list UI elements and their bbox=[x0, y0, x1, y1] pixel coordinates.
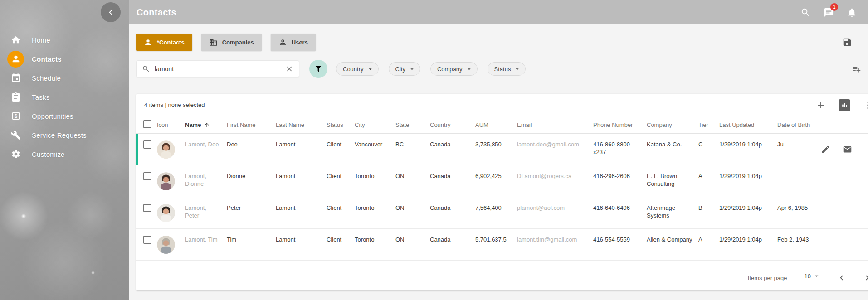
sidebar-item-label: Opportunities bbox=[32, 112, 73, 120]
filter-list-actions bbox=[850, 63, 868, 75]
cell-state: ON bbox=[395, 229, 430, 247]
column-header-icon[interactable]: Icon bbox=[157, 121, 185, 128]
cell-state: ON bbox=[395, 197, 430, 215]
cell-phone: 416-554-5559 bbox=[593, 229, 647, 247]
column-header-status[interactable]: Status bbox=[327, 121, 355, 128]
column-header-email[interactable]: Email bbox=[517, 121, 593, 128]
tabs-kebab-menu[interactable] bbox=[865, 36, 868, 48]
row-checkbox[interactable] bbox=[136, 165, 157, 182]
tab-contacts[interactable]: *Contacts bbox=[136, 34, 192, 51]
search-input[interactable] bbox=[154, 65, 283, 73]
playlist-add-icon[interactable] bbox=[850, 63, 862, 75]
add-contact-button[interactable] bbox=[815, 99, 827, 111]
sidebar-item-opportunities[interactable]: $Opportunities bbox=[0, 106, 129, 126]
sidebar-item-home[interactable]: Home bbox=[0, 30, 129, 49]
select-all-checkbox[interactable] bbox=[136, 120, 157, 130]
cell-company: Allen & Company bbox=[647, 229, 698, 247]
filter-funnel-button[interactable] bbox=[309, 60, 327, 78]
row-checkbox[interactable] bbox=[136, 197, 157, 213]
person-icon bbox=[144, 38, 152, 47]
items-per-page-label: Items per page bbox=[748, 275, 787, 281]
pagination-bar: Items per page 10 bbox=[136, 265, 868, 290]
entity-tabs: *ContactsCompaniesUsers bbox=[136, 34, 325, 51]
table-row[interactable]: Lamont, DionneDionneLamontClientTorontoO… bbox=[136, 165, 868, 197]
column-header-name[interactable]: Name bbox=[185, 121, 227, 128]
sidebar-nav: HomeContactsScheduleTasks$OpportunitiesS… bbox=[0, 30, 129, 164]
dollar-icon: $ bbox=[7, 108, 24, 125]
table-kebab-menu[interactable] bbox=[862, 99, 868, 111]
scroll-columns-right-icon[interactable] bbox=[864, 120, 868, 130]
filter-chip-city[interactable]: City bbox=[389, 62, 420, 76]
column-header-last_name[interactable]: Last Name bbox=[276, 121, 327, 128]
cell-last_updated: 1/29/2019 1:04p bbox=[719, 197, 777, 215]
column-header-company[interactable]: Company bbox=[647, 121, 698, 128]
main-area: Contacts 1 *ContactsCompaniesUsers bbox=[129, 0, 868, 300]
table-row[interactable]: Lamont, PeterPeterLamontClientTorontoONC… bbox=[136, 197, 868, 229]
tab-companies[interactable]: Companies bbox=[201, 34, 262, 51]
selection-summary: 4 items | none selected bbox=[144, 102, 205, 108]
filter-chip-company[interactable]: Company bbox=[430, 62, 478, 76]
app-root: HomeContactsScheduleTasks$OpportunitiesS… bbox=[0, 0, 868, 300]
caret-down-icon bbox=[514, 66, 521, 73]
avatar bbox=[157, 165, 185, 190]
cell-tier: A bbox=[698, 229, 719, 247]
search-icon[interactable] bbox=[797, 4, 814, 20]
column-header-country[interactable]: Country bbox=[430, 121, 475, 128]
notifications-bell-icon[interactable] bbox=[844, 4, 860, 20]
svg-text:$: $ bbox=[15, 114, 17, 119]
cell-name: Lamont, Dee bbox=[185, 134, 227, 152]
column-header-aum[interactable]: AUM bbox=[475, 121, 517, 128]
sidebar: HomeContactsScheduleTasks$OpportunitiesS… bbox=[0, 0, 129, 300]
column-header-phone[interactable]: Phone Number bbox=[593, 121, 647, 128]
filter-chips: CountryCityCompanyStatus bbox=[336, 62, 536, 76]
edit-pencil-icon[interactable] bbox=[821, 145, 830, 154]
email-envelope-icon[interactable] bbox=[843, 145, 852, 154]
filter-chip-country[interactable]: Country bbox=[336, 62, 379, 76]
sidebar-item-schedule[interactable]: Schedule bbox=[0, 68, 129, 87]
cell-tier: B bbox=[698, 197, 719, 215]
sidebar-item-contacts[interactable]: Contacts bbox=[0, 49, 129, 68]
topbar-icons: 1 bbox=[797, 4, 868, 20]
table-toolbar: 4 items | none selected bbox=[136, 94, 868, 116]
cell-name: Lamont, Dionne bbox=[185, 165, 227, 191]
cell-status: Client bbox=[327, 134, 355, 152]
gear-icon bbox=[7, 146, 24, 163]
messages-icon[interactable]: 1 bbox=[820, 4, 837, 20]
cell-city: Vancouver bbox=[355, 134, 395, 152]
sidebar-item-service-requests[interactable]: Service Requests bbox=[0, 126, 129, 145]
column-header-tier[interactable]: Tier bbox=[698, 121, 719, 128]
clear-search-button[interactable] bbox=[283, 63, 295, 75]
cell-date_of_birth: Ju bbox=[777, 134, 821, 152]
column-header-date_of_birth[interactable]: Date of Birth bbox=[777, 121, 821, 128]
chevron-left-icon bbox=[106, 7, 116, 17]
top-header: Contacts 1 bbox=[129, 0, 868, 24]
search-field-icon bbox=[142, 65, 150, 73]
row-checkbox[interactable] bbox=[136, 229, 157, 245]
page-size-select[interactable]: 10 bbox=[800, 272, 821, 283]
sidebar-item-customize[interactable]: Customize bbox=[0, 145, 129, 164]
cell-last_updated: 1/29/2019 1:04p bbox=[719, 229, 777, 247]
column-header-first_name[interactable]: First Name bbox=[227, 121, 276, 128]
chart-view-button[interactable] bbox=[839, 99, 850, 111]
filter-chip-status[interactable]: Status bbox=[488, 62, 526, 76]
sidebar-item-tasks[interactable]: Tasks bbox=[0, 87, 129, 106]
tabs-actions bbox=[841, 36, 868, 48]
cell-email: plamont@aol.com bbox=[517, 197, 593, 215]
tab-users[interactable]: Users bbox=[271, 34, 316, 51]
filter-row: CountryCityCompanyStatus bbox=[136, 60, 868, 78]
wrench-icon bbox=[7, 127, 24, 144]
column-header-last_updated[interactable]: Last Updated bbox=[719, 121, 777, 128]
table-row[interactable]: Lamont, TimTimLamontClientTorontoONCanad… bbox=[136, 229, 868, 261]
cell-name: Lamont, Tim bbox=[185, 229, 227, 247]
previous-page-button[interactable] bbox=[837, 273, 847, 283]
row-checkbox[interactable] bbox=[136, 134, 157, 150]
row-kebab-menu[interactable] bbox=[864, 145, 868, 154]
save-button[interactable] bbox=[841, 36, 853, 48]
sidebar-collapse-button[interactable] bbox=[101, 2, 121, 22]
column-header-state[interactable]: State bbox=[395, 121, 430, 128]
next-page-button[interactable] bbox=[862, 273, 868, 283]
column-header-city[interactable]: City bbox=[355, 121, 395, 128]
table-row[interactable]: Lamont, DeeDeeLamontClientVancouverBCCan… bbox=[136, 134, 868, 165]
cell-email: lamont.tim@gmail.com bbox=[517, 229, 593, 247]
cell-name: Lamont, Peter bbox=[185, 197, 227, 223]
